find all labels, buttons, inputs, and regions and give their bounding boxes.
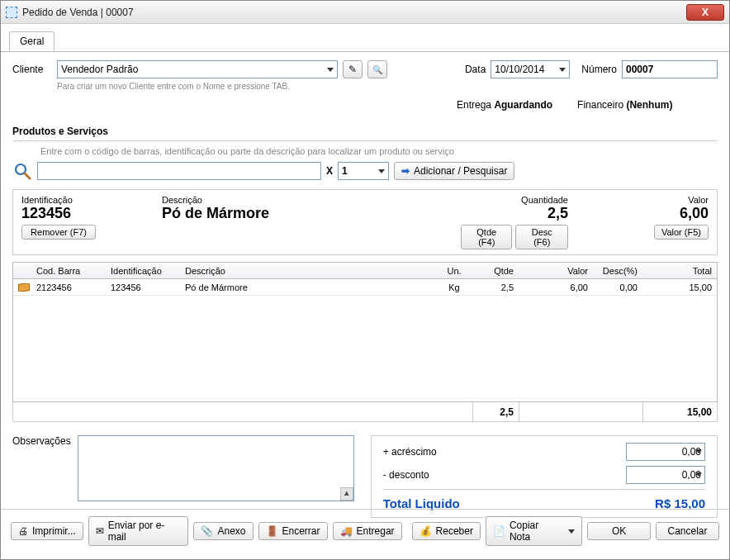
current-desc-label: Descrição <box>162 195 428 205</box>
tab-general[interactable]: Geral <box>9 31 55 51</box>
pencil-icon <box>348 64 357 75</box>
cancel-button[interactable]: Cancelar <box>656 522 719 540</box>
table-header: Cod. Barra Identificação Descrição Un. Q… <box>13 263 717 279</box>
client-hint: Para criar um novo Cliente entre com o N… <box>57 82 718 91</box>
products-section-title: Produtos e Serviços <box>12 126 718 141</box>
attachment-button[interactable]: 📎Anexo <box>193 522 253 540</box>
delivery-label: Entrega <box>457 99 491 111</box>
row-total: 15,00 <box>642 282 717 292</box>
print-button[interactable]: 🖨Imprimir... <box>11 522 83 540</box>
client-label: Cliente <box>12 64 52 75</box>
date-value: 10/10/2014 <box>495 64 544 75</box>
product-search-input[interactable] <box>37 162 321 180</box>
observations-box: ▲ <box>78 435 354 501</box>
search-client-button[interactable] <box>367 60 387 78</box>
product-search-hint: Entre com o código de barras, identifica… <box>40 146 718 156</box>
calculation-panel: + acréscimo - desconto Total Liquido R <box>371 435 718 518</box>
qtde-button[interactable]: Qtde (F4) <box>461 225 512 249</box>
row-cod: 2123456 <box>31 282 106 292</box>
sum-total: 15,00 <box>642 402 717 421</box>
col-qtde[interactable]: Qtde <box>472 266 519 276</box>
col-desc[interactable]: Descrição <box>180 266 436 276</box>
arrow-right-icon: ➡ <box>401 165 410 177</box>
remove-button[interactable]: Remover (F7) <box>21 225 96 240</box>
ok-button[interactable]: OK <box>587 522 651 540</box>
col-descp[interactable]: Desc(%) <box>593 266 642 276</box>
current-qty-label: Quantidade <box>521 195 568 205</box>
receive-button[interactable]: 💰Receber <box>412 522 481 540</box>
row-qtde: 2,5 <box>472 282 519 292</box>
button-bar: 🖨Imprimir... ✉Enviar por e-mail 📎Anexo 🚪… <box>1 509 729 553</box>
close-button[interactable]: X <box>686 4 724 21</box>
client-value: Vendedor Padrão <box>61 64 138 75</box>
col-un[interactable]: Un. <box>436 266 472 276</box>
truck-icon: 🚚 <box>340 525 353 537</box>
add-search-button[interactable]: ➡ Adicionar / Pesquisar <box>394 162 514 180</box>
chevron-down-icon <box>568 529 575 534</box>
current-product-panel: Identificação 123456 Remover (F7) Descri… <box>12 189 718 255</box>
col-valor[interactable]: Valor <box>519 266 593 276</box>
chevron-down-icon <box>695 472 702 477</box>
app-icon <box>6 7 17 18</box>
financial-label: Financeiro <box>577 99 623 111</box>
chevron-down-icon <box>559 68 566 72</box>
delivery-status: Entrega Aguardando <box>457 99 552 111</box>
observations-textarea[interactable] <box>78 436 353 487</box>
desconto-label: - desconto <box>383 469 429 481</box>
edit-client-button[interactable] <box>343 60 363 78</box>
desc-button[interactable]: Desc (F6) <box>515 225 568 249</box>
qty-value: 1 <box>342 165 348 177</box>
scroll-up-icon[interactable]: ▲ <box>340 487 353 501</box>
desconto-input[interactable] <box>626 466 705 484</box>
qty-prefix: X <box>326 165 333 177</box>
financial-value: (Nenhum) <box>626 99 672 111</box>
row-un: Kg <box>436 282 472 292</box>
copy-note-button[interactable]: 📄Copiar Nota <box>486 516 582 546</box>
chevron-down-icon <box>327 68 334 72</box>
magnifier-icon <box>12 161 32 181</box>
number-field[interactable] <box>622 60 718 78</box>
current-valor-label: Valor <box>688 195 709 205</box>
chevron-down-icon <box>695 449 702 453</box>
row-valor: 6,00 <box>519 282 593 292</box>
valor-button[interactable]: Valor (F5) <box>654 225 709 240</box>
client-dropdown[interactable]: Vendedor Padrão <box>57 60 338 78</box>
printer-icon: 🖨 <box>18 525 28 537</box>
table-row[interactable]: 2123456 123456 Pó de Mármore Kg 2,5 6,00… <box>13 279 717 296</box>
number-label: Número <box>581 64 617 75</box>
close-order-button[interactable]: 🚪Encerrar <box>258 522 328 540</box>
date-picker[interactable]: 10/10/2014 <box>491 60 570 78</box>
copy-icon: 📄 <box>493 525 505 537</box>
acrescimo-input[interactable] <box>626 443 705 461</box>
obs-label: Observações <box>12 435 71 518</box>
row-id: 123456 <box>106 282 180 292</box>
tab-strip: Geral <box>1 31 729 52</box>
quantity-selector[interactable]: 1 <box>338 162 389 180</box>
financial-status: Financeiro (Nenhum) <box>577 99 672 111</box>
product-icon <box>18 283 30 292</box>
sum-qtde: 2,5 <box>472 402 519 421</box>
current-id-label: Identificação <box>21 195 129 205</box>
door-icon: 🚪 <box>266 525 278 537</box>
chevron-down-icon <box>378 169 385 173</box>
current-id-value: 123456 <box>21 205 129 222</box>
email-button[interactable]: ✉Enviar por e-mail <box>88 516 189 546</box>
search-icon <box>372 64 382 75</box>
mail-icon: ✉ <box>96 525 104 537</box>
delivery-value: Aguardando <box>494 99 552 111</box>
row-desc: Pó de Mármore <box>180 282 436 292</box>
paperclip-icon: 📎 <box>201 525 213 537</box>
col-total[interactable]: Total <box>642 266 717 276</box>
svg-line-1 <box>25 173 30 178</box>
deliver-button[interactable]: 🚚Entregar <box>333 522 402 540</box>
col-id[interactable]: Identificação <box>106 266 180 276</box>
add-search-label: Adicionar / Pesquisar <box>414 165 507 177</box>
titlebar: Pedido de Venda | 00007 X <box>1 1 729 24</box>
current-desc-value: Pó de Mármore <box>162 205 428 222</box>
current-valor-value: 6,00 <box>680 205 709 222</box>
acrescimo-label: + acréscimo <box>383 446 437 458</box>
date-label: Data <box>465 64 486 75</box>
col-cod[interactable]: Cod. Barra <box>31 266 106 276</box>
sales-order-window: Pedido de Venda | 00007 X Geral Cliente … <box>0 0 730 560</box>
products-table: Cod. Barra Identificação Descrição Un. Q… <box>12 262 718 402</box>
